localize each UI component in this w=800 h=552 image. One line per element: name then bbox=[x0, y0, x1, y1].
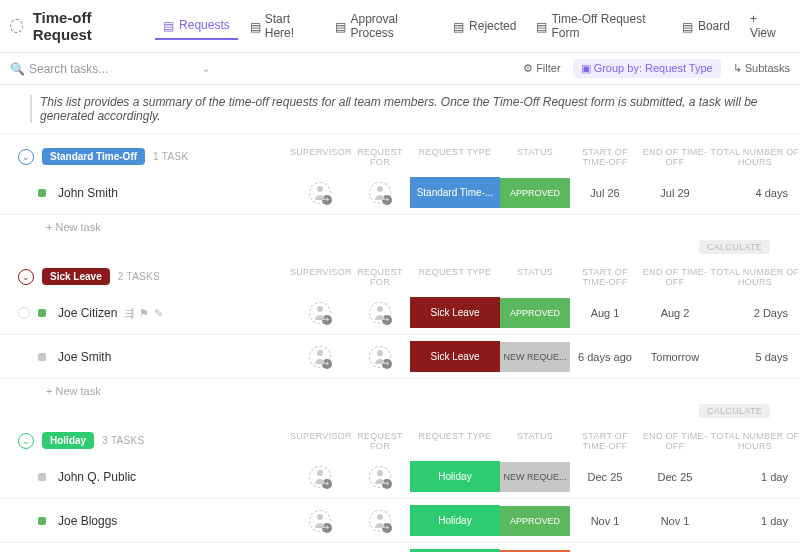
calculate-button[interactable]: CALCULATE bbox=[699, 240, 770, 254]
status-cell[interactable]: NEW REQUE... bbox=[500, 462, 570, 492]
tag-icon[interactable]: ⚑ bbox=[139, 307, 149, 320]
group-header: ⌄Holiday3 TASKSSUPERVISORREQUEST FORREQU… bbox=[0, 432, 800, 455]
task-name[interactable]: Joe Smith bbox=[58, 350, 290, 364]
task-row[interactable]: John Smith++Standard Time-...APPROVEDJul… bbox=[0, 171, 800, 215]
task-row[interactable]: Joe Smith++Sick LeaveNEW REQUE...6 days … bbox=[0, 335, 800, 379]
task-cells: ++HolidayAPPROVEDNov 1Nov 11 day bbox=[290, 505, 800, 536]
assignee-avatar[interactable]: + bbox=[350, 182, 410, 204]
start-date-cell[interactable]: Aug 1 bbox=[570, 307, 640, 319]
toolbar: 🔍 Search tasks... ⌄ ⚙ Filter ▣ Group by:… bbox=[0, 53, 800, 85]
row-checkbox[interactable] bbox=[18, 307, 30, 319]
task-name[interactable]: Joe Citizen⇶⚑✎ bbox=[58, 306, 290, 320]
new-task-button[interactable]: + New task bbox=[0, 379, 800, 403]
page-title: Time-off Request bbox=[33, 9, 141, 43]
group-pill[interactable]: Holiday bbox=[42, 432, 94, 449]
view-icon: ▤ bbox=[453, 20, 465, 32]
end-date-cell[interactable]: Dec 25 bbox=[640, 471, 710, 483]
description-text: This list provides a summary of the time… bbox=[30, 95, 780, 123]
assignee-avatar[interactable]: + bbox=[350, 302, 410, 324]
collapse-toggle[interactable]: ⌄ bbox=[18, 269, 34, 285]
task-count: 3 TASKS bbox=[102, 435, 144, 446]
start-date-cell[interactable]: Jul 26 bbox=[570, 187, 640, 199]
total-hours-cell[interactable]: 1 day bbox=[710, 471, 800, 483]
task-cells: ++HolidayNEW REQUE...Dec 25Dec 251 day bbox=[290, 461, 800, 492]
search-input[interactable]: 🔍 Search tasks... ⌄ bbox=[10, 62, 513, 76]
group-standard-time-off: ⌄Standard Time-Off1 TASKSUPERVISORREQUES… bbox=[0, 148, 800, 254]
request-type-cell[interactable]: Holiday bbox=[410, 461, 500, 492]
collapse-toggle[interactable]: ⌄ bbox=[18, 433, 34, 449]
assignee-avatar[interactable]: + bbox=[290, 466, 350, 488]
chevron-down-icon: ⌄ bbox=[202, 63, 210, 74]
group-pill[interactable]: Standard Time-Off bbox=[42, 148, 145, 165]
view-tab-time-off-request-form[interactable]: ▤Time-Off Request Form bbox=[528, 6, 669, 46]
group-header: ⌄Sick Leave2 TASKSSUPERVISORREQUEST FORR… bbox=[0, 268, 800, 291]
view-icon: ▤ bbox=[682, 20, 694, 32]
task-count: 2 TASKS bbox=[118, 271, 160, 282]
start-date-cell[interactable]: Dec 25 bbox=[570, 471, 640, 483]
view-tab-rejected[interactable]: ▤Rejected bbox=[445, 13, 524, 39]
task-name[interactable]: Joe Bloggs bbox=[58, 514, 290, 528]
end-date-cell[interactable]: Nov 1 bbox=[640, 515, 710, 527]
edit-icon[interactable]: ✎ bbox=[154, 307, 163, 320]
status-square[interactable] bbox=[38, 353, 46, 361]
status-square[interactable] bbox=[38, 189, 46, 197]
assignee-avatar[interactable]: + bbox=[350, 466, 410, 488]
assignee-avatar[interactable]: + bbox=[290, 182, 350, 204]
total-hours-cell[interactable]: 4 days bbox=[710, 187, 800, 199]
end-date-cell[interactable]: Tomorrow bbox=[640, 351, 710, 363]
view-icon: ▤ bbox=[536, 20, 547, 32]
request-type-cell[interactable]: Holiday bbox=[410, 505, 500, 536]
status-cell[interactable]: APPROVED bbox=[500, 298, 570, 328]
task-name[interactable]: John Q. Public bbox=[58, 470, 290, 484]
group-holiday: ⌄Holiday3 TASKSSUPERVISORREQUEST FORREQU… bbox=[0, 432, 800, 552]
assignee-avatar[interactable]: + bbox=[350, 510, 410, 532]
request-type-cell[interactable]: Sick Leave bbox=[410, 297, 500, 328]
calculate-button[interactable]: CALCULATE bbox=[699, 404, 770, 418]
start-date-cell[interactable]: Nov 1 bbox=[570, 515, 640, 527]
group-pill[interactable]: Sick Leave bbox=[42, 268, 110, 285]
status-square[interactable] bbox=[38, 517, 46, 525]
collapse-toggle[interactable]: ⌄ bbox=[18, 149, 34, 165]
view-tab-requests[interactable]: ▤Requests bbox=[155, 12, 238, 40]
total-hours-cell[interactable]: 5 days bbox=[710, 351, 800, 363]
subtask-icon[interactable]: ⇶ bbox=[125, 307, 134, 320]
status-square[interactable] bbox=[38, 309, 46, 317]
request-type-cell[interactable]: Standard Time-... bbox=[410, 177, 500, 208]
task-row[interactable]: Joe Bloggs++HolidayAPPROVEDNov 1Nov 11 d… bbox=[0, 499, 800, 543]
end-date-cell[interactable]: Aug 2 bbox=[640, 307, 710, 319]
end-date-cell[interactable]: Jul 29 bbox=[640, 187, 710, 199]
description-row: This list provides a summary of the time… bbox=[0, 85, 800, 134]
assignee-avatar[interactable]: + bbox=[290, 346, 350, 368]
task-count: 1 TASK bbox=[153, 151, 188, 162]
add-view-button[interactable]: + View bbox=[742, 6, 790, 46]
status-square[interactable] bbox=[38, 473, 46, 481]
assignee-avatar[interactable]: + bbox=[350, 346, 410, 368]
subtasks-button[interactable]: ↳ Subtasks bbox=[733, 62, 790, 75]
task-name[interactable]: John Smith bbox=[58, 186, 290, 200]
group-header: ⌄Standard Time-Off1 TASKSUPERVISORREQUES… bbox=[0, 148, 800, 171]
group-by-button[interactable]: ▣ Group by: Request Type bbox=[573, 59, 721, 78]
assignee-avatar[interactable]: + bbox=[290, 510, 350, 532]
total-hours-cell[interactable]: 1 day bbox=[710, 515, 800, 527]
new-task-button[interactable]: + New task bbox=[0, 215, 800, 239]
view-tab-approval-process[interactable]: ▤Approval Process bbox=[327, 6, 441, 46]
view-tab-board[interactable]: ▤Board bbox=[674, 13, 738, 39]
task-row[interactable]: Joe Citizen⇶⚑✎++Sick LeaveAPPROVEDAug 1A… bbox=[0, 291, 800, 335]
filter-button[interactable]: ⚙ Filter bbox=[523, 62, 561, 75]
task-row[interactable]: Jane Smith++HolidayREJECTEDSep 8Sep 92 D… bbox=[0, 543, 800, 552]
task-cells: ++Standard Time-...APPROVEDJul 26Jul 294… bbox=[290, 177, 800, 208]
status-cell[interactable]: APPROVED bbox=[500, 506, 570, 536]
task-cells: ++Sick LeaveAPPROVEDAug 1Aug 22 Days bbox=[290, 297, 800, 328]
column-headers: SUPERVISORREQUEST FORREQUEST TYPESTATUSS… bbox=[290, 147, 800, 167]
assignee-avatar[interactable]: + bbox=[290, 302, 350, 324]
task-row[interactable]: John Q. Public++HolidayNEW REQUE...Dec 2… bbox=[0, 455, 800, 499]
status-cell[interactable]: NEW REQUE... bbox=[500, 342, 570, 372]
start-date-cell[interactable]: 6 days ago bbox=[570, 351, 640, 363]
request-type-cell[interactable]: Sick Leave bbox=[410, 341, 500, 372]
total-hours-cell[interactable]: 2 Days bbox=[710, 307, 800, 319]
status-cell[interactable]: APPROVED bbox=[500, 178, 570, 208]
search-icon: 🔍 bbox=[10, 62, 25, 76]
view-tab-start-here-[interactable]: ▤Start Here! bbox=[242, 6, 324, 46]
column-headers: SUPERVISORREQUEST FORREQUEST TYPESTATUSS… bbox=[290, 431, 800, 451]
task-cells: ++Sick LeaveNEW REQUE...6 days agoTomorr… bbox=[290, 341, 800, 372]
